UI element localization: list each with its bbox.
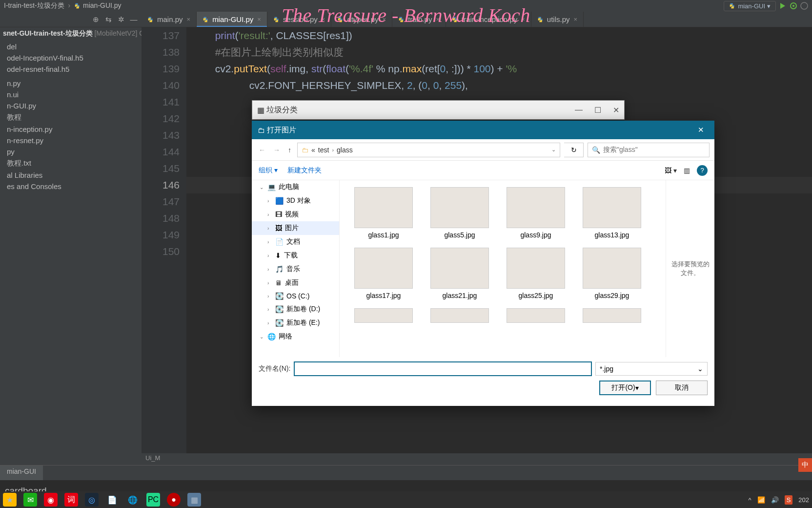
chevron-right-icon[interactable]: › — [267, 294, 272, 299]
view-menu[interactable]: 🖼 ▾ — [665, 167, 677, 174]
breadcrumb-seg[interactable]: I-train-test-垃圾分类 — [4, 1, 64, 9]
minimize-icon[interactable]: — — [575, 106, 583, 115]
taskbar-notes[interactable]: 📄 — [105, 493, 119, 507]
project-file[interactable]: n-GUI.py — [7, 100, 142, 111]
project-file[interactable]: al Libraries — [7, 169, 142, 181]
chevron-right-icon[interactable]: ⌄ — [260, 334, 264, 339]
close-icon[interactable]: ✕ — [693, 123, 709, 137]
project-file[interactable]: n-resnet.py — [7, 135, 142, 146]
run-config-selector[interactable]: mian-GUI ▾ — [724, 1, 776, 11]
editor-tab[interactable]: session.py× — [267, 12, 331, 27]
tree-node[interactable]: ›💽OS (C:) — [252, 290, 339, 302]
tree-node[interactable]: ›📄文档 — [252, 235, 339, 249]
taskbar-netease[interactable]: ◉ — [44, 493, 58, 507]
project-file[interactable]: n.py — [7, 78, 142, 89]
chevron-right-icon[interactable]: › — [267, 226, 272, 231]
close-icon[interactable]: × — [436, 16, 440, 23]
stop-icon[interactable] — [800, 2, 808, 10]
chevron-right-icon[interactable]: › — [267, 267, 272, 272]
chevron-right-icon[interactable]: › — [267, 320, 272, 326]
refresh-button[interactable]: ↻ — [564, 143, 584, 157]
chevron-right-icon[interactable]: › — [267, 280, 272, 286]
chevron-right-icon[interactable]: › — [267, 239, 272, 245]
path-seg[interactable]: « — [311, 146, 315, 154]
app-window-titlebar[interactable]: ▦ 垃圾分类 — ☐ ✕ — [252, 101, 624, 119]
tree-node[interactable]: ›🎞视频 — [252, 208, 339, 221]
tray-up-icon[interactable]: ^ — [749, 496, 751, 504]
back-icon[interactable]: ← — [257, 144, 267, 156]
project-panel[interactable]: snet-GUI-train-test-垃圾分类 [MobileNetV2] C… — [0, 27, 142, 465]
tray-clock[interactable]: 202 — [798, 496, 809, 504]
search-input[interactable]: 🔍 搜索"glass" — [588, 143, 710, 157]
taskbar-app[interactable]: ▦ — [187, 493, 201, 507]
cancel-button[interactable]: 取消 — [656, 381, 708, 395]
organize-menu[interactable]: 组织 ▾ — [259, 166, 278, 175]
file-thumb[interactable] — [423, 308, 497, 326]
tree-node[interactable]: ›🖥桌面 — [252, 276, 339, 290]
editor-tab[interactable]: dtypes.py× — [331, 12, 392, 27]
file-thumb[interactable]: glass9.jpg — [499, 187, 573, 239]
file-thumb[interactable]: glass17.jpg — [346, 248, 421, 299]
chevron-down-icon[interactable]: ⌄ — [551, 147, 556, 153]
project-file[interactable]: 教程 — [7, 111, 142, 124]
chevron-right-icon[interactable]: › — [267, 307, 272, 312]
file-thumb[interactable]: glass25.jpg — [499, 248, 573, 299]
tree-node[interactable]: ⌄💻此电脑 — [252, 180, 339, 194]
run-icon[interactable] — [779, 2, 787, 10]
forward-icon[interactable]: → — [271, 144, 282, 156]
taskbar-idea[interactable]: ◎ — [85, 493, 99, 507]
chevron-right-icon[interactable]: › — [267, 253, 272, 258]
tray-volume-icon[interactable]: 🔊 — [771, 496, 779, 504]
tree-node[interactable]: ›🖼图片 — [252, 221, 339, 235]
project-tree[interactable]: delodel-InceptionV-final.h5odel-resnet-f… — [0, 40, 142, 192]
close-icon[interactable]: × — [521, 16, 525, 23]
project-file[interactable]: n.ui — [7, 89, 142, 100]
editor-tab[interactable]: utils.py× — [531, 12, 584, 27]
file-thumb[interactable] — [346, 308, 421, 326]
run-tab[interactable]: mian-GUI — [0, 466, 43, 480]
editor-crumb[interactable]: Ui_M — [142, 453, 812, 465]
chevron-right-icon[interactable]: › — [267, 198, 272, 204]
close-icon[interactable]: ✕ — [613, 106, 619, 115]
project-file[interactable]: es and Consoles — [7, 181, 142, 192]
project-file[interactable]: odel-resnet-final.h5 — [7, 64, 142, 75]
file-thumb[interactable] — [575, 308, 649, 326]
project-root[interactable]: snet-GUI-train-test-垃圾分类 [MobileNetV2] C… — [0, 27, 142, 40]
taskbar[interactable]: ★ ✉ ◉ 词 ◎ 📄 🌐 PC ● ▦ ^ 📶 🔊 S 202 — [0, 491, 812, 508]
folder-tree[interactable]: ⌄💻此电脑›🟦3D 对象›🎞视频›🖼图片›📄文档›⬇下载›🎵音乐›🖥桌面›💽OS… — [252, 180, 340, 357]
taskbar-star[interactable]: ★ — [3, 493, 17, 507]
newfolder-button[interactable]: 新建文件夹 — [287, 166, 322, 175]
tree-node[interactable]: ⌄🌐网络 — [252, 330, 339, 343]
ime-indicator[interactable]: 中 — [798, 458, 812, 472]
editor-tab[interactable]: mian-GUI.py× — [197, 12, 267, 27]
file-thumb[interactable]: glass21.jpg — [423, 248, 497, 299]
systray[interactable]: ^ 📶 🔊 S 202 — [749, 495, 809, 505]
file-thumb[interactable]: glass1.jpg — [346, 187, 421, 239]
path-seg[interactable]: glass — [337, 146, 353, 154]
tray-wifi-icon[interactable]: 📶 — [757, 496, 765, 504]
editor-tab[interactable]: main.py× — [142, 12, 197, 27]
file-thumb[interactable]: glass29.jpg — [575, 248, 649, 299]
dialog-titlebar[interactable]: 🗀 打开图片 ✕ — [252, 121, 714, 139]
path-input[interactable]: 🗀 « test › glass ⌄ — [297, 143, 560, 157]
editor-tab[interactable]: train-inception.py× — [446, 12, 531, 27]
help-icon[interactable]: ? — [697, 165, 708, 176]
taskbar-pycharm[interactable]: PC — [146, 493, 160, 507]
collapse-icon[interactable]: — — [130, 15, 138, 24]
open-button[interactable]: 打开(O) ▾ — [599, 381, 651, 395]
project-file[interactable]: 教程.txt — [7, 157, 142, 169]
tree-node[interactable]: ›💽新加卷 (D:) — [252, 302, 339, 316]
preview-toggle[interactable]: ▥ — [684, 167, 690, 174]
maximize-icon[interactable]: ☐ — [594, 106, 601, 115]
close-icon[interactable]: × — [187, 16, 191, 23]
close-icon[interactable]: × — [574, 16, 578, 23]
filename-input[interactable] — [294, 362, 591, 376]
file-list[interactable]: glass1.jpgglass5.jpgglass9.jpgglass13.jp… — [340, 180, 666, 357]
project-file[interactable]: n-inception.py — [7, 124, 142, 135]
breadcrumb-seg[interactable]: mian-GUI.py — [83, 1, 122, 9]
project-file[interactable]: del — [7, 41, 142, 52]
tree-node[interactable]: ›🟦3D 对象 — [252, 194, 339, 208]
project-file[interactable]: py — [7, 146, 142, 157]
expand-icon[interactable]: ⇆ — [104, 15, 112, 24]
close-icon[interactable]: × — [322, 16, 325, 23]
